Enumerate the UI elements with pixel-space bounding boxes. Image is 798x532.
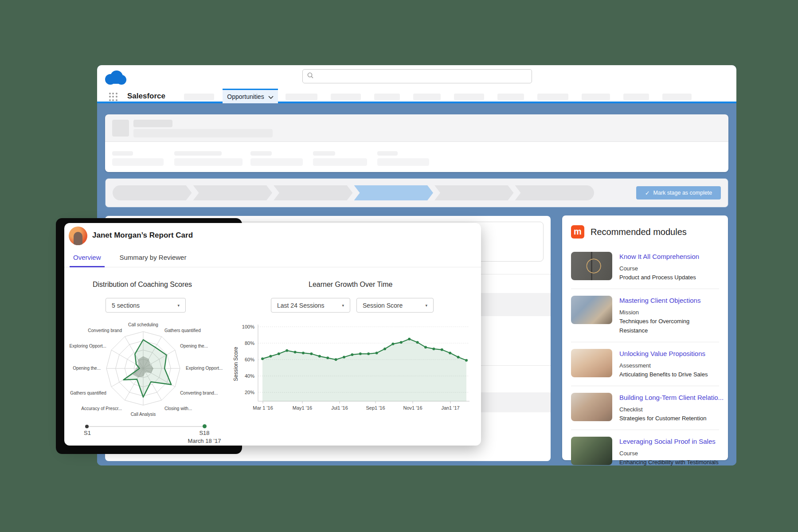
recommended-modules-panel: m Recommended modules Know It All Compre… [562, 215, 728, 460]
recommended-modules-title: Recommended modules [591, 227, 687, 237]
svg-text:Gathers quantified: Gathers quantified [164, 328, 201, 333]
svg-text:40%: 40% [245, 373, 254, 379]
svg-text:100%: 100% [242, 324, 254, 329]
global-search[interactable] [302, 69, 532, 83]
svg-text:80%: 80% [245, 340, 254, 346]
chevron-down-icon [268, 93, 274, 100]
nav-tab-placeholder [662, 94, 692, 100]
session-range-value: Last 24 Sessions [277, 302, 325, 309]
stage-chevron-4[interactable] [354, 185, 434, 200]
sections-dropdown-value: 5 sections [112, 302, 140, 309]
salesforce-cloud-logo [105, 70, 126, 85]
app-launcher-icon[interactable] [109, 93, 117, 101]
module-item[interactable]: Building Long-Term Client Relatio...Chec… [571, 386, 719, 430]
svg-text:Jan1 '17: Jan1 '17 [441, 405, 459, 411]
metric-dropdown[interactable]: Session Score ▾ [356, 298, 434, 313]
nav-tab-placeholder [374, 94, 400, 100]
growth-section-heading: Learner Growth Over Time [309, 281, 392, 289]
module-type: Course [619, 264, 699, 273]
nav-tab-placeholder [331, 94, 361, 100]
stage-chevron-2[interactable] [193, 185, 273, 200]
field-placeholder [313, 151, 335, 156]
nav-tab-placeholder [582, 94, 610, 100]
tab-summary-by-reviewer[interactable]: Summary by Reviewer [116, 250, 190, 267]
slider-end-label: S18 [199, 430, 209, 436]
svg-text:Mar 1 '16: Mar 1 '16 [253, 405, 273, 411]
tab-opportunities[interactable]: Opportunities [223, 89, 278, 103]
svg-text:Converting brand...: Converting brand... [180, 391, 218, 395]
report-card-title: Janet Morgan’s Report Card [92, 231, 193, 240]
module-description: Articulating Benefits to Drive Sales [619, 370, 708, 379]
caret-down-icon: ▾ [342, 303, 344, 308]
svg-text:Exploring Opport...: Exploring Opport... [186, 366, 223, 371]
nav-tab-placeholder [497, 94, 524, 100]
field-placeholder [250, 151, 272, 156]
module-type: Course [619, 449, 719, 458]
check-icon: ✓ [645, 190, 650, 196]
module-description: Enhancing Credibility with Testimonials [619, 458, 719, 466]
nav-tab-placeholder [454, 94, 484, 100]
classroom-thumbnail [571, 296, 612, 324]
module-title-link[interactable]: Leveraging Social Proof in Sales [619, 438, 719, 445]
module-title-link[interactable]: Unlocking Value Propositions [619, 350, 708, 357]
svg-text:Converting brand: Converting brand [88, 328, 122, 333]
nav-tab-placeholder [413, 94, 441, 100]
desk-sketch-thumbnail [571, 349, 612, 377]
clock-dark-thumbnail [571, 252, 612, 280]
module-description: Techniques for Overcoming Resistance [619, 317, 719, 335]
slider-start-label: S1 [84, 430, 91, 436]
svg-text:60%: 60% [245, 357, 254, 362]
module-item[interactable]: Unlocking Value PropositionsAssessmentAr… [571, 342, 719, 386]
slider-end-date: March 18 ’17 [188, 438, 221, 444]
field-placeholder [174, 158, 243, 166]
module-title-link[interactable]: Building Long-Term Client Relatio... [619, 394, 719, 401]
mark-stage-complete-label: Mark stage as complete [653, 190, 712, 196]
tab-overview[interactable]: Overview [70, 250, 105, 267]
module-item[interactable]: Leveraging Social Proof in SalesCourseEn… [571, 430, 719, 466]
stage-chevron-5[interactable] [434, 185, 514, 200]
svg-text:Jul1 '16: Jul1 '16 [331, 405, 348, 411]
svg-text:May1 '16: May1 '16 [293, 405, 312, 411]
svg-text:Sep1 '16: Sep1 '16 [366, 405, 385, 411]
field-placeholder [377, 151, 398, 156]
nav-tab-placeholder [623, 94, 649, 100]
stage-chevron-1[interactable] [113, 185, 192, 200]
search-input[interactable] [317, 73, 527, 80]
module-title-link[interactable]: Mastering Client Objections [619, 297, 719, 304]
top-nav: Salesforce Opportunities [97, 65, 736, 103]
field-placeholder [174, 151, 222, 156]
mark-stage-complete-button[interactable]: ✓ Mark stage as complete [636, 186, 721, 200]
nav-tab-placeholder [537, 94, 568, 100]
avatar [69, 227, 87, 245]
tab-opportunities-label: Opportunities [227, 93, 264, 100]
module-item[interactable]: Mastering Client ObjectionsMissionTechni… [571, 289, 719, 342]
svg-text:Gathers quantified: Gathers quantified [70, 391, 106, 395]
search-icon [307, 72, 313, 80]
svg-text:Nov1 '16: Nov1 '16 [403, 405, 422, 411]
report-card-tabs: Overview Summary by Reviewer [64, 250, 481, 267]
svg-text:Call Analysis: Call Analysis [131, 412, 156, 417]
session-range-dropdown[interactable]: Last 24 Sessions ▾ [271, 298, 350, 313]
trailhead-module-icon: m [571, 225, 584, 239]
svg-text:Accuracy of Prescr...: Accuracy of Prescr... [81, 406, 122, 411]
module-description: Product and Process Updates [619, 273, 699, 282]
module-type: Assessment [619, 361, 708, 370]
slider-handle-start[interactable] [85, 425, 89, 428]
nav-tab-placeholder [286, 94, 317, 100]
sales-path-stage-bar: ✓ Mark stage as complete [105, 178, 728, 207]
session-range-slider[interactable] [87, 426, 204, 427]
svg-text:Session Score: Session Score [233, 347, 239, 381]
module-type: Mission [619, 308, 719, 317]
module-title-link[interactable]: Know It All Comprehension [619, 253, 699, 260]
record-header-card [105, 114, 728, 172]
field-placeholder [313, 158, 367, 166]
caret-down-icon: ▾ [425, 303, 427, 308]
svg-text:20%: 20% [245, 390, 254, 395]
app-name: Salesforce [127, 92, 165, 101]
stage-chevron-6[interactable] [515, 185, 595, 200]
slider-handle-end[interactable] [203, 424, 207, 428]
module-item[interactable]: Know It All ComprehensionCourseProduct a… [571, 243, 719, 289]
stage-chevron-3[interactable] [274, 185, 353, 200]
sections-dropdown[interactable]: 5 sections ▾ [106, 298, 186, 313]
svg-text:Opening the...: Opening the... [180, 344, 208, 348]
